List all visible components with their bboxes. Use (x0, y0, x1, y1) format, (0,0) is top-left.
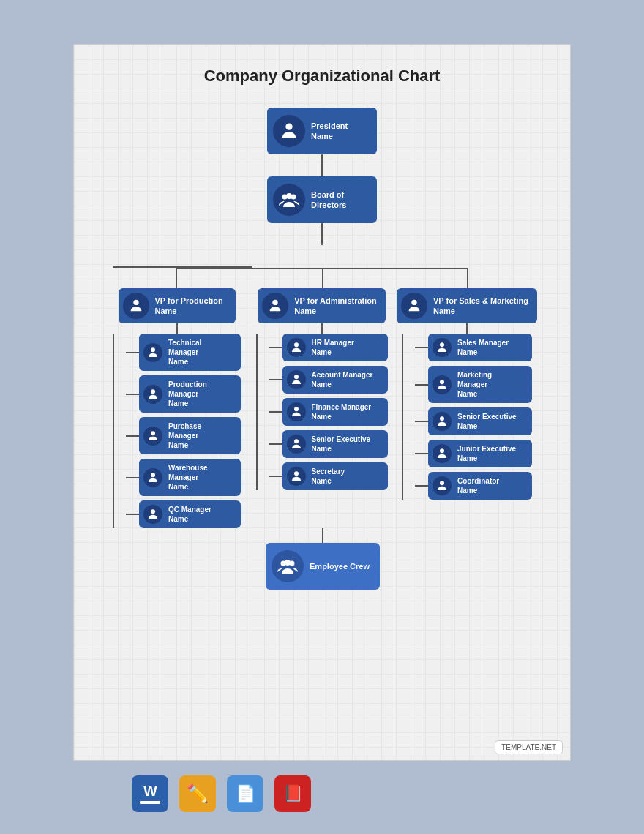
marketing-mgr-row: Marketing Manager Name (415, 366, 532, 403)
purchase-node: Purchase Manager Name (139, 417, 241, 454)
employee-crew-node: Employee Crew (266, 543, 380, 590)
vp-production-node: VP for Production Name (119, 288, 236, 323)
org-chart: President Name Board of Directors (89, 108, 555, 590)
junior-exec-row: Junior Executive Name (415, 440, 532, 467)
pages-icon[interactable]: ✏️ (179, 775, 216, 812)
board-node: Board of Directors (267, 176, 377, 223)
secretary-node: Secretary Name (282, 462, 388, 490)
marketing-mgr-node: Marketing Manager Name (428, 366, 532, 403)
technical-node: Technical Manager Name (139, 334, 241, 371)
employee-section: Employee Crew (266, 528, 380, 590)
senior-exec-admin-row: Senior Executive Name (269, 430, 388, 458)
finance-row: Finance Manager Name (269, 398, 388, 426)
secretary-row: Secretary Name (269, 462, 388, 490)
president-container: President Name (267, 108, 377, 176)
v-line-1 (321, 154, 323, 176)
template-badge: TEMPLATE.NET (495, 740, 563, 754)
col-administration: VP for Administration Name (247, 268, 396, 490)
board-icon (273, 184, 305, 216)
warehouse-node: Warehouse Manager Name (139, 459, 241, 496)
production-node: Production Manager Name (139, 375, 241, 413)
president-subtitle: Name (311, 131, 348, 141)
finance-node: Finance Manager Name (282, 398, 388, 426)
sub-item-qc: QC Manager Name (126, 500, 241, 528)
senior-exec-sales-row: Senior Executive Name (415, 407, 532, 435)
col-sales: VP for Sales & Marketing Name (396, 268, 538, 500)
board-container: Board of Directors (267, 176, 377, 245)
junior-exec-node: Junior Executive Name (428, 440, 532, 467)
page-title: Company Organizational Chart (204, 67, 441, 86)
board-subtitle: Directors (311, 200, 346, 210)
sales-mgr-row: Sales Manager Name (415, 334, 532, 361)
board-title: Board of (311, 189, 346, 200)
president-icon (273, 115, 305, 147)
sub-item-production: Production Manager Name (126, 375, 241, 413)
qc-node: QC Manager Name (139, 500, 241, 528)
coordinator-node: Coordinator Name (428, 472, 532, 500)
sales-mgr-node: Sales Manager Name (428, 334, 532, 361)
acrobat-icon[interactable]: 📕 (274, 775, 311, 812)
toolbar: W ✏️ 📄 📕 (73, 775, 571, 812)
account-node: Account Manager Name (282, 366, 388, 394)
sub-item-warehouse: Warehouse Manager Name (126, 459, 241, 496)
gdocs-icon[interactable]: 📄 (227, 775, 263, 812)
sub-item-technical: Technical Manager Name (126, 334, 241, 371)
vp-production-col (113, 245, 252, 268)
sub-item-purchase: Purchase Manager Name (126, 417, 241, 454)
vp-branch (110, 245, 534, 268)
col-production: VP for Production Name (106, 268, 247, 528)
senior-exec-admin-node: Senior Executive Name (282, 430, 388, 458)
main-columns: VP for Production Name (106, 268, 538, 528)
president-title: President (311, 121, 348, 131)
word-icon[interactable]: W (132, 775, 168, 812)
v-line-2 (321, 223, 323, 245)
hr-row: HR Manager Name (269, 334, 388, 361)
coordinator-row: Coordinator Name (415, 472, 532, 500)
vp-admin-node: VP for Administration Name (258, 288, 385, 323)
vp-sales-node: VP for Sales & Marketing Name (397, 288, 537, 323)
top-h-connector (176, 268, 468, 269)
page-wrapper: Company Organizational Chart (73, 44, 571, 761)
account-row: Account Manager Name (269, 366, 388, 394)
hr-node: HR Manager Name (282, 334, 388, 361)
vp-production-icon (123, 293, 149, 319)
president-node: President Name (267, 108, 377, 154)
senior-exec-sales-node: Senior Executive Name (428, 407, 532, 435)
